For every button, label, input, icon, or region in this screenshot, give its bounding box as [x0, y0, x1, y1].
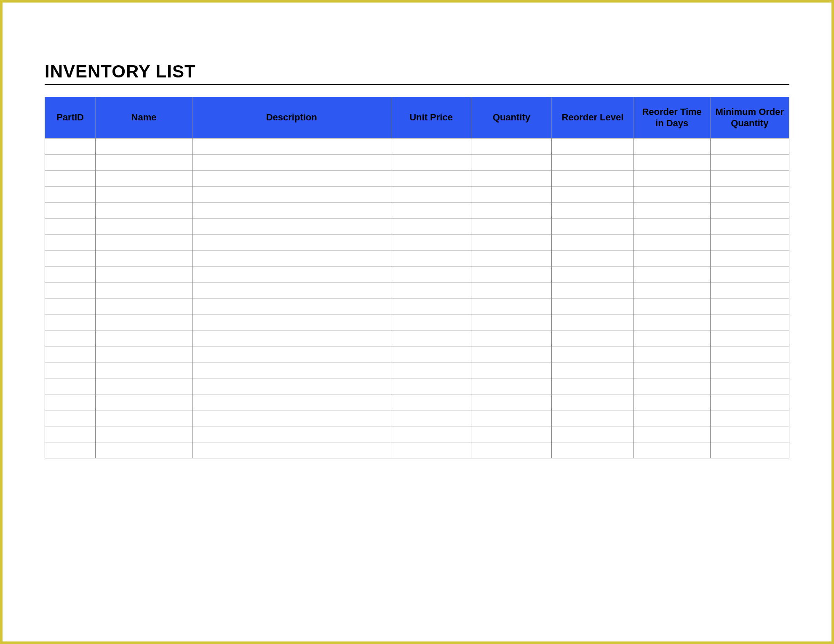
- cell-qty[interactable]: [471, 394, 552, 410]
- cell-qty[interactable]: [471, 410, 552, 426]
- cell-name[interactable]: [96, 330, 192, 346]
- cell-name[interactable]: [96, 250, 192, 266]
- cell-name[interactable]: [96, 362, 192, 378]
- cell-reorder[interactable]: [552, 442, 634, 458]
- cell-qty[interactable]: [471, 346, 552, 362]
- cell-days[interactable]: [634, 250, 710, 266]
- cell-name[interactable]: [96, 266, 192, 282]
- cell-minqty[interactable]: [710, 234, 789, 250]
- cell-desc[interactable]: [192, 330, 391, 346]
- cell-name[interactable]: [96, 170, 192, 186]
- cell-desc[interactable]: [192, 346, 391, 362]
- cell-qty[interactable]: [471, 282, 552, 298]
- cell-partid[interactable]: [45, 410, 96, 426]
- cell-qty[interactable]: [471, 202, 552, 218]
- cell-price[interactable]: [391, 266, 471, 282]
- cell-desc[interactable]: [192, 362, 391, 378]
- cell-qty[interactable]: [471, 266, 552, 282]
- cell-name[interactable]: [96, 378, 192, 394]
- cell-minqty[interactable]: [710, 346, 789, 362]
- cell-price[interactable]: [391, 250, 471, 266]
- cell-partid[interactable]: [45, 154, 96, 170]
- cell-days[interactable]: [634, 442, 710, 458]
- cell-reorder[interactable]: [552, 426, 634, 442]
- cell-minqty[interactable]: [710, 442, 789, 458]
- cell-reorder[interactable]: [552, 378, 634, 394]
- cell-reorder[interactable]: [552, 410, 634, 426]
- cell-reorder[interactable]: [552, 266, 634, 282]
- cell-price[interactable]: [391, 346, 471, 362]
- cell-name[interactable]: [96, 218, 192, 234]
- cell-desc[interactable]: [192, 170, 391, 186]
- cell-name[interactable]: [96, 442, 192, 458]
- cell-partid[interactable]: [45, 282, 96, 298]
- cell-price[interactable]: [391, 394, 471, 410]
- cell-partid[interactable]: [45, 330, 96, 346]
- cell-name[interactable]: [96, 234, 192, 250]
- cell-desc[interactable]: [192, 298, 391, 314]
- cell-desc[interactable]: [192, 138, 391, 154]
- cell-days[interactable]: [634, 410, 710, 426]
- cell-desc[interactable]: [192, 250, 391, 266]
- cell-reorder[interactable]: [552, 330, 634, 346]
- cell-minqty[interactable]: [710, 170, 789, 186]
- cell-partid[interactable]: [45, 442, 96, 458]
- cell-qty[interactable]: [471, 426, 552, 442]
- cell-qty[interactable]: [471, 314, 552, 330]
- cell-days[interactable]: [634, 170, 710, 186]
- cell-minqty[interactable]: [710, 410, 789, 426]
- cell-days[interactable]: [634, 346, 710, 362]
- cell-days[interactable]: [634, 298, 710, 314]
- cell-name[interactable]: [96, 202, 192, 218]
- cell-partid[interactable]: [45, 362, 96, 378]
- cell-minqty[interactable]: [710, 314, 789, 330]
- cell-reorder[interactable]: [552, 234, 634, 250]
- cell-qty[interactable]: [471, 378, 552, 394]
- cell-days[interactable]: [634, 186, 710, 202]
- cell-days[interactable]: [634, 394, 710, 410]
- cell-days[interactable]: [634, 202, 710, 218]
- cell-price[interactable]: [391, 170, 471, 186]
- cell-minqty[interactable]: [710, 378, 789, 394]
- cell-desc[interactable]: [192, 218, 391, 234]
- cell-name[interactable]: [96, 282, 192, 298]
- cell-reorder[interactable]: [552, 202, 634, 218]
- cell-qty[interactable]: [471, 362, 552, 378]
- cell-price[interactable]: [391, 234, 471, 250]
- cell-desc[interactable]: [192, 282, 391, 298]
- cell-desc[interactable]: [192, 314, 391, 330]
- cell-partid[interactable]: [45, 298, 96, 314]
- cell-days[interactable]: [634, 218, 710, 234]
- cell-desc[interactable]: [192, 186, 391, 202]
- cell-partid[interactable]: [45, 394, 96, 410]
- cell-price[interactable]: [391, 378, 471, 394]
- cell-days[interactable]: [634, 378, 710, 394]
- cell-partid[interactable]: [45, 170, 96, 186]
- cell-price[interactable]: [391, 202, 471, 218]
- cell-minqty[interactable]: [710, 250, 789, 266]
- cell-days[interactable]: [634, 426, 710, 442]
- cell-reorder[interactable]: [552, 314, 634, 330]
- cell-days[interactable]: [634, 234, 710, 250]
- cell-qty[interactable]: [471, 170, 552, 186]
- cell-partid[interactable]: [45, 186, 96, 202]
- cell-minqty[interactable]: [710, 298, 789, 314]
- cell-desc[interactable]: [192, 426, 391, 442]
- cell-name[interactable]: [96, 426, 192, 442]
- cell-minqty[interactable]: [710, 218, 789, 234]
- cell-desc[interactable]: [192, 234, 391, 250]
- cell-name[interactable]: [96, 314, 192, 330]
- cell-minqty[interactable]: [710, 266, 789, 282]
- cell-reorder[interactable]: [552, 250, 634, 266]
- cell-price[interactable]: [391, 218, 471, 234]
- cell-name[interactable]: [96, 394, 192, 410]
- cell-name[interactable]: [96, 138, 192, 154]
- cell-days[interactable]: [634, 362, 710, 378]
- cell-partid[interactable]: [45, 346, 96, 362]
- cell-days[interactable]: [634, 154, 710, 170]
- cell-price[interactable]: [391, 186, 471, 202]
- cell-desc[interactable]: [192, 378, 391, 394]
- cell-reorder[interactable]: [552, 154, 634, 170]
- cell-qty[interactable]: [471, 234, 552, 250]
- cell-partid[interactable]: [45, 202, 96, 218]
